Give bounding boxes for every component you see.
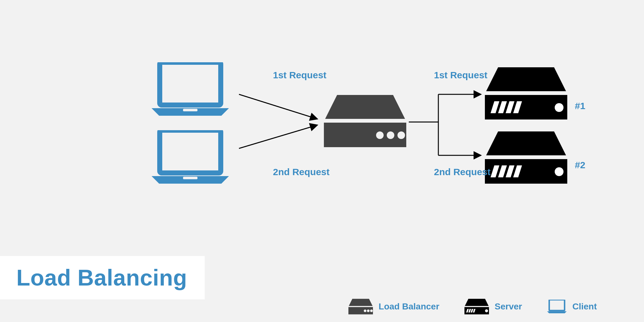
legend-label: Client <box>572 302 597 312</box>
server-number-label: #1 <box>575 101 585 111</box>
svg-point-23 <box>485 309 488 313</box>
svg-rect-24 <box>549 300 565 310</box>
server-icon <box>464 299 489 314</box>
legend-item-client: Client <box>547 300 597 314</box>
request-label: 2nd Request <box>434 167 491 177</box>
legend-label: Server <box>495 302 522 312</box>
legend-item-load-balancer: Load Balancer <box>348 299 439 314</box>
diagram-canvas: 1st Request 2nd Request 1st Request 2nd … <box>0 0 644 322</box>
client-laptop-icon <box>547 300 567 314</box>
legend-item-server: Server <box>464 299 522 314</box>
svg-point-20 <box>367 309 369 312</box>
request-label: 1st Request <box>434 70 487 80</box>
legend: Load Balancer Server Client <box>0 299 644 314</box>
server-number-label: #2 <box>575 160 585 170</box>
svg-line-13 <box>239 125 317 148</box>
diagram-title: Load Balancing <box>16 265 187 291</box>
load-balancer-icon <box>348 299 373 314</box>
svg-point-19 <box>364 309 366 312</box>
request-label: 2nd Request <box>273 167 330 177</box>
title-box: Load Balancing <box>0 256 205 299</box>
svg-line-12 <box>239 94 317 119</box>
svg-point-21 <box>370 309 373 312</box>
legend-label: Load Balancer <box>379 302 439 312</box>
request-label: 1st Request <box>273 70 326 80</box>
